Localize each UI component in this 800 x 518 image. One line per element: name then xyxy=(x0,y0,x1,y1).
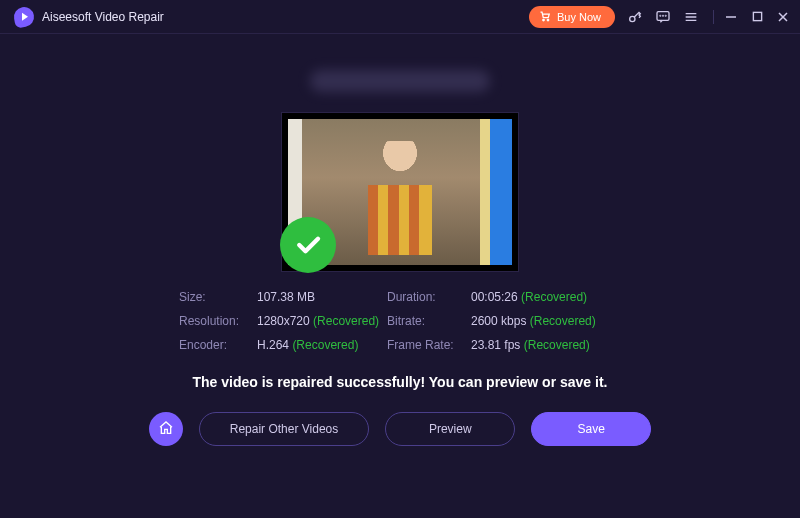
brand: Aiseesoft Video Repair xyxy=(14,7,164,27)
svg-rect-7 xyxy=(753,12,761,20)
size-value: 107.38 MB xyxy=(257,290,387,304)
maximize-button[interactable] xyxy=(750,10,764,24)
video-filename-blurred xyxy=(310,70,490,92)
app-logo-icon xyxy=(12,5,35,28)
action-bar: Repair Other Videos Preview Save xyxy=(149,412,652,446)
buy-now-label: Buy Now xyxy=(557,11,601,23)
success-message: The video is repaired successfully! You … xyxy=(193,374,608,390)
success-checkmark-icon xyxy=(280,217,336,273)
duration-label: Duration: xyxy=(387,290,471,304)
home-icon xyxy=(158,420,174,439)
duration-value: 00:05:26 (Recovered) xyxy=(471,290,621,304)
video-thumbnail xyxy=(281,112,519,272)
svg-point-2 xyxy=(630,16,635,21)
svg-point-1 xyxy=(547,19,549,21)
key-icon[interactable] xyxy=(627,9,643,25)
svg-point-4 xyxy=(660,15,661,16)
close-button[interactable] xyxy=(776,10,790,24)
metadata-grid: Size: 107.38 MB Duration: 00:05:26 (Reco… xyxy=(179,290,621,352)
framerate-label: Frame Rate: xyxy=(387,338,471,352)
svg-point-0 xyxy=(543,19,545,21)
size-label: Size: xyxy=(179,290,257,304)
repair-other-videos-button[interactable]: Repair Other Videos xyxy=(199,412,370,446)
menu-icon[interactable] xyxy=(683,9,699,25)
resolution-value: 1280x720 (Recovered) xyxy=(257,314,387,328)
framerate-value: 23.81 fps (Recovered) xyxy=(471,338,621,352)
titlebar-separator xyxy=(713,10,714,24)
minimize-button[interactable] xyxy=(724,10,738,24)
home-button[interactable] xyxy=(149,412,183,446)
encoder-label: Encoder: xyxy=(179,338,257,352)
svg-point-5 xyxy=(663,15,664,16)
buy-now-button[interactable]: Buy Now xyxy=(529,6,615,28)
resolution-label: Resolution: xyxy=(179,314,257,328)
bitrate-value: 2600 kbps (Recovered) xyxy=(471,314,621,328)
titlebar: Aiseesoft Video Repair Buy Now xyxy=(0,0,800,34)
app-name: Aiseesoft Video Repair xyxy=(42,10,164,24)
bitrate-label: Bitrate: xyxy=(387,314,471,328)
svg-point-6 xyxy=(665,15,666,16)
encoder-value: H.264 (Recovered) xyxy=(257,338,387,352)
cart-icon xyxy=(539,10,551,24)
save-button[interactable]: Save xyxy=(531,412,651,446)
feedback-icon[interactable] xyxy=(655,9,671,25)
preview-button[interactable]: Preview xyxy=(385,412,515,446)
